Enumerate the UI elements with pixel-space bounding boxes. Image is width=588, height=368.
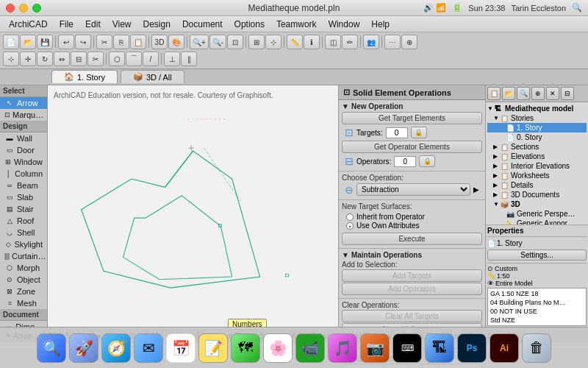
tool-morph[interactable]: ⬡ Morph — [0, 262, 47, 274]
tree-story-0[interactable]: 📄 0. Story — [487, 132, 587, 142]
tb-polygon[interactable]: ⬡ — [109, 52, 125, 66]
add-targets-btn[interactable]: Add Targets — [342, 269, 482, 282]
dock-facetime[interactable]: 📹 — [295, 333, 325, 363]
tool-arrow[interactable]: ↖ Arrow — [0, 97, 47, 109]
menu-file[interactable]: File — [54, 18, 79, 31]
tb-zoom-in[interactable]: 🔍+ — [190, 35, 209, 49]
get-target-elements-btn[interactable]: Get Target Elements — [342, 112, 482, 124]
dock-safari[interactable]: 🧭 — [101, 333, 131, 363]
tb-measure[interactable]: 📏 — [287, 35, 303, 49]
tree-generic-axon[interactable]: 📐 Generic Axonor… — [487, 219, 587, 224]
tb-penset[interactable]: ✏ — [342, 35, 358, 49]
tb-extra2[interactable]: ⊕ — [401, 35, 417, 49]
tree-sections[interactable]: ▶ 📋 Sections — [487, 142, 587, 152]
tool-stair[interactable]: ▤ Stair — [0, 203, 47, 215]
tb-undo[interactable]: ↩ — [58, 35, 74, 49]
tb-extra1[interactable]: ⋯ — [384, 35, 401, 49]
tree-worksheets[interactable]: ▶ 📋 Worksheets — [487, 171, 587, 180]
tb-select-mode[interactable]: ⊹ — [3, 52, 19, 66]
get-operator-elements-btn[interactable]: Get Operator Elements — [342, 141, 482, 153]
radio-own[interactable]: Use Own Attributes — [346, 222, 478, 230]
dock-calendar[interactable]: 📅 — [166, 333, 196, 363]
tb-copy[interactable]: ⎘ — [113, 35, 129, 49]
dock-terminal[interactable]: ⌨ — [392, 333, 422, 363]
dock-mail[interactable]: ✉ — [134, 333, 163, 363]
maximize-button[interactable] — [32, 4, 41, 13]
dock-launchpad[interactable]: 🚀 — [69, 333, 98, 363]
tb-save[interactable]: 💾 — [37, 35, 53, 49]
tool-curtain[interactable]: ||| Curtain… — [0, 250, 47, 262]
tb-teamwork[interactable]: 👥 — [363, 35, 379, 49]
tool-window[interactable]: ⊞ Window — [0, 156, 47, 168]
dock-notes[interactable]: 📝 — [198, 333, 228, 363]
project-btn-4[interactable]: ⊕ — [531, 87, 545, 100]
tool-slab[interactable]: ▭ Slab — [0, 191, 47, 203]
clear-all-targets-btn[interactable]: Clear All Targets — [342, 310, 482, 322]
layer-3[interactable]: 00 NOT IN USE — [489, 307, 585, 316]
tb-fit[interactable]: ⊡ — [227, 35, 243, 49]
menu-options[interactable]: Options — [229, 18, 270, 31]
tool-column[interactable]: │ Column — [0, 168, 47, 180]
project-btn-5[interactable]: ✕ — [546, 87, 559, 100]
tree-stories[interactable]: ▼ 📋 Stories — [487, 113, 587, 123]
tb-constraint2[interactable]: ∥ — [181, 52, 197, 66]
tool-marquee[interactable]: ⊡ Marqu… — [0, 109, 47, 121]
menu-document[interactable]: Document — [176, 18, 229, 31]
tb-cut[interactable]: ✂ — [96, 35, 112, 49]
menu-edit[interactable]: Edit — [79, 18, 107, 31]
dock-iphoto[interactable]: 📷 — [360, 333, 390, 363]
dock-itunes[interactable]: 🎵 — [328, 333, 357, 363]
settings-btn[interactable]: Settings... — [487, 250, 587, 261]
tool-skylight[interactable]: ◇ Skylight — [0, 238, 47, 250]
tool-zone[interactable]: ⊠ Zone — [0, 286, 47, 297]
tab-story[interactable]: 🏠 1. Story — [51, 70, 118, 83]
tb-mirror[interactable]: ⇔ — [54, 52, 70, 66]
menu-teamwork[interactable]: Teamwork — [270, 18, 323, 31]
tb-open[interactable]: 📂 — [20, 35, 36, 49]
tree-generic-persp[interactable]: 📷 Generic Perspe… — [487, 209, 587, 219]
menu-archicad[interactable]: ArchiCAD — [3, 18, 54, 31]
tree-story-1[interactable]: 📄 1. Story — [487, 123, 587, 132]
dock-trash[interactable]: 🗑 — [522, 333, 551, 363]
tool-object[interactable]: ⊙ Object — [0, 274, 47, 286]
tb-layer[interactable]: ◫ — [325, 35, 341, 49]
tool-roof[interactable]: △ Roof — [0, 215, 47, 227]
canvas-area[interactable]: ArchiCAD Education version, not for resa… — [48, 85, 338, 328]
target-lock-btn[interactable]: 🔒 — [411, 127, 427, 138]
project-btn-2[interactable]: 📂 — [502, 87, 515, 100]
tb-info[interactable]: ℹ — [304, 35, 320, 49]
execute-btn[interactable]: Execute — [342, 233, 482, 245]
minimize-button[interactable] — [19, 4, 28, 13]
operator-lock-btn[interactable]: 🔒 — [419, 155, 435, 167]
tb-trim[interactable]: ✂ — [87, 52, 104, 66]
tb-move[interactable]: ✛ — [20, 52, 36, 66]
tool-wall[interactable]: ▬ Wall — [0, 132, 47, 144]
dock-archicad[interactable]: 🏗 — [425, 333, 454, 363]
tree-3d[interactable]: ▼ 📦 3D — [487, 199, 587, 209]
tree-details[interactable]: ▶ 📋 Details — [487, 180, 587, 190]
add-operators-btn[interactable]: Add Operators — [342, 283, 482, 295]
tb-offset[interactable]: ⊟ — [71, 52, 87, 66]
operation-select[interactable]: Subtraction Addition Intersection — [356, 183, 470, 196]
menu-window[interactable]: Window — [323, 18, 366, 31]
tree-interior-elevations[interactable]: ▶ 📋 Interior Elevations — [487, 161, 587, 171]
tb-constraint1[interactable]: ⊥ — [164, 52, 180, 66]
radio-inherit[interactable]: Inherit from Operator — [346, 213, 478, 221]
tb-3d[interactable]: 3D — [151, 35, 168, 49]
menu-help[interactable]: Help — [365, 18, 395, 31]
tb-line2[interactable]: / — [143, 52, 159, 66]
project-btn-1[interactable]: 📋 — [487, 87, 501, 100]
tb-zoom-out[interactable]: 🔍- — [209, 35, 226, 49]
menu-view[interactable]: View — [107, 18, 137, 31]
tb-paste[interactable]: 📋 — [130, 35, 146, 49]
dock-illustrator[interactable]: Ai — [490, 333, 519, 363]
search-icon[interactable]: 🔍 — [572, 3, 582, 13]
traffic-lights[interactable] — [6, 4, 41, 13]
layer-2[interactable]: 04 Building Plans No M… — [489, 298, 585, 307]
layer-4[interactable]: Std NZE — [489, 316, 585, 325]
tool-shell[interactable]: ◡ Shell — [0, 227, 47, 238]
tb-grid[interactable]: ⊞ — [248, 35, 265, 49]
menu-design[interactable]: Design — [137, 18, 176, 31]
tree-elevations[interactable]: ▶ 📋 Elevations — [487, 152, 587, 161]
tb-new[interactable]: 📄 — [3, 35, 19, 49]
